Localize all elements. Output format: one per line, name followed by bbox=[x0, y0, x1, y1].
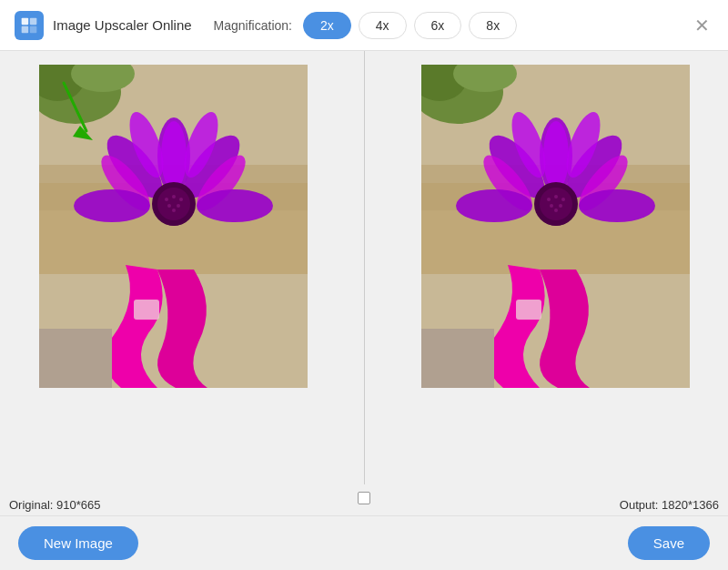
mag-2x-button[interactable]: 2x bbox=[303, 12, 351, 39]
svg-point-47 bbox=[456, 189, 532, 222]
svg-point-54 bbox=[561, 198, 565, 201]
svg-point-30 bbox=[172, 209, 176, 212]
panels-container: Original: 910*665 bbox=[0, 51, 728, 515]
svg-point-57 bbox=[554, 209, 558, 212]
close-button[interactable]: ✕ bbox=[691, 13, 713, 38]
svg-point-44 bbox=[579, 189, 655, 222]
output-image-canvas bbox=[421, 65, 690, 388]
svg-rect-3 bbox=[30, 25, 37, 33]
green-arrow bbox=[55, 78, 109, 155]
magnification-label: Magnification: bbox=[214, 18, 292, 33]
svg-point-25 bbox=[165, 198, 168, 201]
mag-8x-button[interactable]: 8x bbox=[469, 12, 517, 39]
right-panel: Output: 1820*1366 bbox=[382, 51, 728, 515]
original-label: Original: 910*665 bbox=[9, 498, 100, 512]
mag-4x-button[interactable]: 4x bbox=[359, 12, 407, 39]
svg-point-51 bbox=[540, 188, 572, 220]
svg-rect-58 bbox=[516, 300, 541, 320]
svg-point-20 bbox=[74, 189, 150, 222]
svg-point-28 bbox=[167, 204, 171, 208]
svg-point-41 bbox=[543, 121, 569, 190]
svg-rect-32 bbox=[39, 329, 112, 388]
mag-6x-button[interactable]: 6x bbox=[414, 12, 462, 39]
svg-rect-0 bbox=[22, 17, 29, 25]
svg-point-53 bbox=[554, 195, 558, 198]
svg-point-27 bbox=[179, 198, 183, 201]
svg-point-52 bbox=[547, 198, 551, 201]
new-image-button[interactable]: New Image bbox=[18, 526, 138, 560]
save-button[interactable]: Save bbox=[628, 526, 710, 560]
app-icon-svg bbox=[20, 16, 38, 35]
svg-point-26 bbox=[172, 195, 176, 198]
svg-point-14 bbox=[161, 121, 187, 190]
app-icon bbox=[15, 11, 44, 40]
svg-point-24 bbox=[157, 188, 190, 220]
svg-line-4 bbox=[64, 83, 86, 131]
output-label: Output: 1820*1366 bbox=[620, 498, 719, 512]
center-divider bbox=[346, 51, 382, 515]
footer: New Image Save bbox=[0, 515, 728, 570]
app-title: Image Upscaler Online bbox=[53, 17, 192, 33]
header: Image Upscaler Online Magnification: 2x … bbox=[0, 0, 728, 51]
svg-point-56 bbox=[559, 204, 562, 208]
svg-marker-5 bbox=[73, 126, 93, 140]
main-content: Original: 910*665 bbox=[0, 51, 728, 515]
vertical-divider bbox=[364, 51, 365, 484]
svg-rect-59 bbox=[421, 329, 494, 388]
svg-rect-2 bbox=[22, 25, 29, 33]
svg-rect-31 bbox=[134, 300, 159, 320]
magnification-buttons: 2x 4x 6x 8x bbox=[303, 12, 517, 39]
divider-checkbox[interactable] bbox=[358, 492, 370, 504]
output-image-svg bbox=[421, 65, 690, 388]
svg-point-17 bbox=[197, 189, 273, 222]
svg-point-29 bbox=[177, 204, 180, 208]
left-panel: Original: 910*665 bbox=[0, 51, 346, 515]
svg-rect-1 bbox=[30, 17, 37, 25]
svg-point-55 bbox=[550, 204, 553, 208]
